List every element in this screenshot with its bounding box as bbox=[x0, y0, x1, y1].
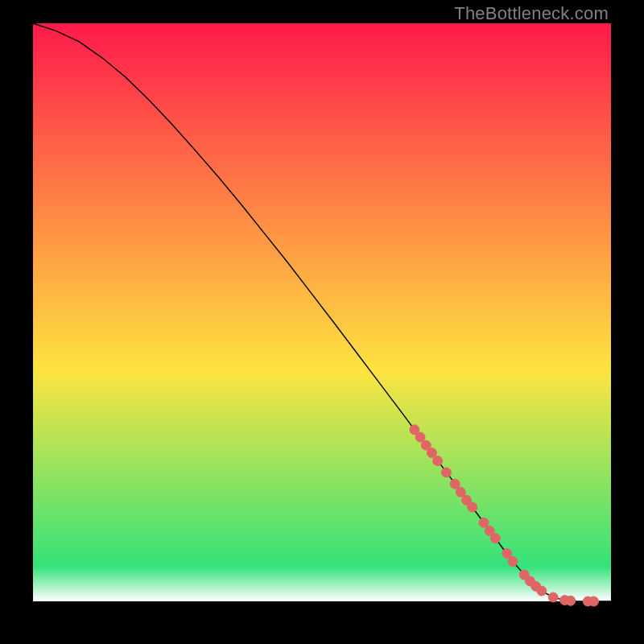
data-marker bbox=[456, 487, 465, 497]
data-marker bbox=[415, 432, 425, 442]
data-marker bbox=[433, 456, 443, 466]
data-marker bbox=[548, 592, 558, 602]
watermark-text: TheBottleneck.com bbox=[454, 3, 609, 24]
gradient-background bbox=[33, 23, 611, 601]
chart-frame: TheBottleneck.com bbox=[0, 0, 644, 644]
data-marker bbox=[479, 518, 489, 527]
chart-svg bbox=[33, 23, 611, 601]
data-marker bbox=[566, 596, 576, 605]
data-marker bbox=[508, 556, 518, 566]
data-marker bbox=[490, 534, 500, 543]
data-marker bbox=[427, 448, 436, 457]
data-marker bbox=[588, 597, 598, 606]
data-marker bbox=[450, 479, 460, 489]
data-marker bbox=[441, 468, 451, 477]
data-marker bbox=[468, 502, 477, 512]
data-marker bbox=[537, 586, 547, 596]
plot-area bbox=[32, 23, 612, 602]
data-marker bbox=[502, 548, 512, 558]
